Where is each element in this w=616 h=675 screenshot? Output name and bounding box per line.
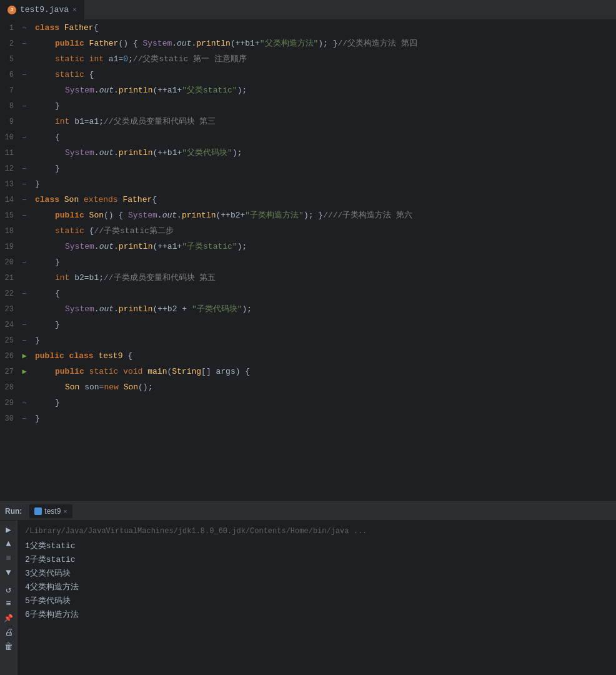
- code-line-content: {: [31, 129, 616, 145]
- print-button[interactable]: 🖨: [2, 626, 15, 639]
- table-row: 18static {//子类static第二步: [0, 223, 616, 239]
- line-number: 22: [0, 289, 17, 298]
- code-line-content: static {: [31, 67, 616, 82]
- fold-gutter-icon[interactable]: ─: [17, 321, 31, 329]
- code-line-content: public Son() { System.out.println(++b2+"…: [31, 208, 616, 223]
- wrap-button[interactable]: ≡: [2, 598, 15, 610]
- code-line-content: class Father{: [31, 20, 616, 36]
- table-row: 11System.out.println(++b1+"父类代码块");: [0, 145, 616, 161]
- code-line-content: }: [31, 411, 616, 426]
- fold-gutter-icon[interactable]: ─: [17, 181, 31, 188]
- table-row: 2─public Father() { System.out.println(+…: [0, 36, 616, 51]
- code-lines-container: 1─class Father{2─public Father() { Syste…: [0, 20, 616, 501]
- line-number: 25: [0, 336, 17, 345]
- line-number: 30: [0, 414, 17, 423]
- run-tab-bar: Run: test9 ×: [0, 502, 616, 521]
- fold-gutter-icon[interactable]: ─: [17, 415, 31, 422]
- line-number: 1: [0, 24, 17, 32]
- line-number: 26: [0, 352, 17, 361]
- scroll-up-button[interactable]: ▲: [2, 538, 15, 550]
- table-row: 14─class Son extends Father{: [0, 192, 616, 208]
- code-line-content: static int a1=0;//父类static 第一 注意顺序: [31, 51, 616, 67]
- run-tab-name: test9: [44, 507, 61, 516]
- fold-gutter-icon[interactable]: ─: [17, 196, 31, 204]
- code-line-content: public Father() { System.out.println(++b…: [31, 36, 616, 51]
- list-item: 5子类代码块: [25, 594, 609, 608]
- table-row: 28Son son=new Son();: [0, 379, 616, 395]
- line-number: 23: [0, 305, 17, 314]
- line-number: 24: [0, 321, 17, 329]
- table-row: 7System.out.println(++a1+"父类static");: [0, 82, 616, 98]
- fold-gutter-icon[interactable]: ─: [17, 40, 31, 48]
- table-row: 23System.out.println(++b2 + "子类代码块");: [0, 301, 616, 317]
- line-number: 2: [0, 39, 17, 48]
- table-row: 1─class Father{: [0, 20, 616, 36]
- fold-gutter-icon[interactable]: ─: [17, 337, 31, 344]
- line-number: 13: [0, 180, 17, 189]
- list-item: 3父类代码块: [25, 567, 609, 581]
- code-line-content: }: [31, 254, 616, 270]
- run-output: /Library/Java/JavaVirtualMachines/jdk1.8…: [17, 521, 616, 675]
- stop-button[interactable]: ■: [2, 552, 15, 564]
- fold-gutter-icon[interactable]: ─: [17, 212, 31, 219]
- line-number: 27: [0, 368, 17, 376]
- rerun-button[interactable]: ↺: [2, 583, 15, 596]
- list-item: 1父类static: [25, 539, 609, 553]
- run-body: ▶ ▲ ■ ▼ ↺ ≡ 📌 🖨 🗑 /Library/Java/JavaVirt…: [0, 521, 616, 675]
- scroll-down-button[interactable]: ▼: [2, 566, 15, 579]
- play-button[interactable]: ▶: [2, 523, 15, 536]
- fold-gutter-icon[interactable]: ─: [17, 102, 31, 110]
- line-number: 11: [0, 149, 17, 158]
- fold-gutter-icon[interactable]: ─: [17, 134, 31, 141]
- list-item: 6子类构造方法: [25, 608, 609, 622]
- code-editor: 1─class Father{2─public Father() { Syste…: [0, 20, 616, 501]
- table-row: 30─}: [0, 411, 616, 426]
- run-gutter-icon[interactable]: ▶: [17, 351, 31, 361]
- tab-close-button[interactable]: ×: [72, 6, 77, 14]
- run-panel: Run: test9 × ▶ ▲ ■ ▼ ↺ ≡ 📌 🖨 🗑 /Library/…: [0, 501, 616, 675]
- line-number: 19: [0, 242, 17, 251]
- code-line-content: }: [31, 332, 616, 348]
- line-number: 6: [0, 71, 17, 79]
- line-number: 20: [0, 258, 17, 267]
- table-row: 12─}: [0, 161, 616, 176]
- code-line-content: }: [31, 176, 616, 192]
- trash-button[interactable]: 🗑: [2, 641, 15, 653]
- code-line-content: int b1=a1;//父类成员变量和代码块 第三: [31, 114, 616, 129]
- code-line-content: System.out.println(++b2 + "子类代码块");: [31, 301, 616, 317]
- table-row: 22─{: [0, 286, 616, 301]
- run-tab-close[interactable]: ×: [63, 508, 67, 515]
- table-row: 9int b1=a1;//父类成员变量和代码块 第三: [0, 114, 616, 129]
- run-gutter-icon[interactable]: ▶: [17, 367, 31, 376]
- line-number: 29: [0, 399, 17, 408]
- fold-gutter-icon[interactable]: ─: [17, 259, 31, 266]
- fold-gutter-icon[interactable]: ─: [17, 399, 31, 407]
- code-line-content: class Son extends Father{: [31, 192, 616, 208]
- code-line-content: {: [31, 286, 616, 301]
- fold-gutter-icon[interactable]: ─: [17, 290, 31, 298]
- table-row: 10─{: [0, 129, 616, 145]
- line-number: 10: [0, 133, 17, 142]
- code-line-content: }: [31, 395, 616, 411]
- code-line-content: int b2=b1;//子类成员变量和代码块 第五: [31, 270, 616, 286]
- table-row: 29─}: [0, 395, 616, 411]
- fold-gutter-icon[interactable]: ─: [17, 24, 31, 32]
- editor-tab[interactable]: J test9.java ×: [0, 0, 85, 20]
- list-item: 2子类static: [25, 553, 609, 567]
- code-line-content: System.out.println(++b1+"父类代码块");: [31, 145, 616, 161]
- tab-bar: J test9.java ×: [0, 0, 616, 20]
- pin-button[interactable]: 📌: [2, 612, 15, 624]
- fold-gutter-icon[interactable]: ─: [17, 165, 31, 172]
- java-file-icon: J: [7, 6, 16, 14]
- line-number: 14: [0, 196, 17, 204]
- run-label: Run:: [5, 507, 27, 516]
- table-row: 25─}: [0, 332, 616, 348]
- table-row: 21int b2=b1;//子类成员变量和代码块 第五: [0, 270, 616, 286]
- table-row: 24─}: [0, 317, 616, 332]
- run-tab[interactable]: test9 ×: [29, 504, 72, 518]
- line-number: 7: [0, 86, 17, 95]
- line-number: 21: [0, 274, 17, 282]
- fold-gutter-icon[interactable]: ─: [17, 71, 31, 79]
- tab-filename: test9.java: [20, 5, 69, 14]
- line-number: 9: [0, 118, 17, 126]
